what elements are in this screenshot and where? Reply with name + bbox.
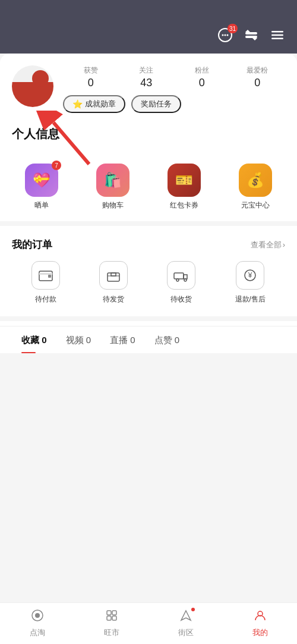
wode-icon — [254, 609, 267, 625]
shandan-icon: 💝 — [33, 172, 50, 189]
shandan-icon-box: 💝 7 — [25, 164, 58, 197]
transfer-icon[interactable] — [244, 27, 259, 46]
coupon-icon: 🎫 — [175, 172, 193, 189]
order-pending-payment[interactable]: 待付款 — [31, 261, 60, 304]
refund-label: 退款/售后 — [235, 294, 266, 304]
nav-diantao-label: 点淘 — [30, 627, 45, 638]
nav-wangshi-label: 旺市 — [104, 627, 119, 638]
nav-wangshi[interactable]: 旺市 — [74, 604, 148, 643]
reward-task-button[interactable]: 奖励任务 — [131, 95, 181, 113]
svg-point-1 — [222, 34, 224, 36]
svg-rect-19 — [174, 273, 184, 279]
divider-2 — [0, 316, 297, 321]
order-refund[interactable]: ¥ 退款/售后 — [235, 261, 266, 304]
svg-rect-27 — [112, 611, 116, 615]
stat-label-huozan: 获赞 — [84, 65, 98, 76]
nav-jiequ-label: 街区 — [178, 627, 194, 638]
nav-jiequ[interactable]: 街区 — [148, 604, 223, 643]
svg-rect-10 — [271, 38, 283, 40]
bottom-nav: 点淘 旺市 街区 我的 — [0, 602, 297, 644]
svg-rect-28 — [107, 616, 111, 620]
cart-icon-box: 🛍️ — [96, 164, 129, 197]
main-card: 获赞 0 关注 43 粉丝 0 最爱粉 0 ⭐ — [0, 54, 297, 549]
achievement-badge-button[interactable]: ⭐ 成就勋章 — [63, 95, 125, 113]
tabs-section: 收藏 0 视频 0 直播 0 点赞 0 — [0, 326, 297, 353]
avatar[interactable] — [12, 65, 53, 107]
nav-wode-label: 我的 — [252, 627, 268, 638]
star-icon: ⭐ — [72, 99, 83, 109]
stat-value-guanzhu: 43 — [140, 77, 152, 89]
svg-rect-15 — [48, 275, 51, 278]
stat-label-zuiaifan: 最爱粉 — [247, 65, 268, 76]
orders-section: 我的订单 查看全部 › 待付款 — [0, 231, 297, 312]
tab-video[interactable]: 视频 0 — [56, 326, 101, 353]
orders-header: 我的订单 查看全部 › — [12, 238, 285, 252]
stats-row: 获赞 0 关注 43 粉丝 0 最爱粉 0 — [63, 65, 285, 89]
cart-icon: 🛍️ — [104, 172, 122, 189]
coupon-label: 红包卡券 — [170, 200, 198, 211]
tab-video-label: 视频 0 — [66, 335, 91, 345]
yuanbao-label: 元宝中心 — [241, 200, 270, 211]
svg-rect-5 — [245, 36, 257, 38]
svg-marker-7 — [252, 38, 257, 40]
orders-title: 我的订单 — [12, 238, 52, 252]
svg-point-2 — [225, 34, 226, 36]
tab-like[interactable]: 点赞 0 — [145, 326, 189, 353]
quick-icon-coupon[interactable]: 🎫 红包卡券 — [168, 164, 201, 211]
svg-point-25 — [35, 613, 40, 618]
order-pending-receive[interactable]: 待收货 — [167, 261, 195, 304]
svg-rect-4 — [245, 32, 257, 34]
coupon-icon-box: 🎫 — [168, 164, 201, 197]
pending-payment-icon — [31, 261, 60, 290]
svg-marker-6 — [245, 30, 250, 32]
shandan-label: 晒单 — [34, 200, 49, 211]
stat-zuiaifan: 最爱粉 0 — [239, 65, 275, 89]
stat-value-fensi: 0 — [199, 77, 205, 89]
svg-rect-14 — [39, 273, 52, 275]
tabs-row: 收藏 0 视频 0 直播 0 点赞 0 — [12, 326, 285, 353]
tab-live-label: 直播 0 — [110, 335, 135, 345]
orders-view-all-link[interactable]: 查看全部 › — [251, 240, 285, 250]
svg-rect-9 — [271, 34, 283, 36]
yuanbao-icon-box: 💰 — [239, 164, 272, 197]
svg-rect-17 — [111, 273, 116, 276]
badges-row: ⭐ 成就勋章 奖励任务 — [63, 95, 285, 113]
pending-ship-icon — [99, 261, 128, 290]
tab-live[interactable]: 直播 0 — [100, 326, 145, 353]
svg-point-20 — [176, 279, 179, 281]
svg-point-21 — [184, 279, 187, 281]
jiequ-icon — [179, 609, 192, 625]
tab-like-label: 点赞 0 — [154, 335, 180, 345]
achievement-badge-label: 成就勋章 — [85, 99, 116, 109]
quick-icon-yuanbao[interactable]: 💰 元宝中心 — [239, 164, 272, 211]
stat-label-fensi: 粉丝 — [195, 65, 209, 76]
pending-payment-label: 待付款 — [35, 294, 56, 304]
svg-rect-29 — [112, 616, 116, 620]
personal-info-section: 个人信息 — [0, 122, 297, 152]
diantao-icon — [31, 609, 44, 625]
message-icon[interactable]: 31 — [217, 27, 233, 46]
refund-icon: ¥ — [236, 261, 264, 290]
svg-text:¥: ¥ — [248, 271, 252, 279]
yuanbao-icon: 💰 — [247, 172, 264, 189]
pending-receive-label: 待收货 — [170, 294, 192, 304]
tab-collection[interactable]: 收藏 0 — [12, 326, 56, 353]
svg-rect-8 — [271, 31, 283, 33]
quick-icon-cart[interactable]: 🛍️ 购物车 — [96, 164, 129, 211]
tab-collection-label: 收藏 0 — [21, 335, 47, 345]
stat-label-guanzhu: 关注 — [139, 65, 153, 76]
profile-header: 获赞 0 关注 43 粉丝 0 最爱粉 0 ⭐ — [0, 54, 297, 122]
message-badge: 31 — [228, 24, 238, 33]
nav-wode[interactable]: 我的 — [223, 604, 297, 643]
stats-area: 获赞 0 关注 43 粉丝 0 最爱粉 0 ⭐ — [63, 65, 285, 113]
menu-icon[interactable] — [270, 27, 285, 46]
nav-diantao[interactable]: 点淘 — [0, 604, 74, 643]
stat-value-huozan: 0 — [88, 77, 94, 89]
chevron-right-icon: › — [283, 240, 285, 249]
stat-huozan: 获赞 0 — [73, 65, 109, 89]
svg-point-3 — [227, 34, 229, 36]
reward-task-label: 奖励任务 — [141, 99, 172, 109]
quick-icon-shandan[interactable]: 💝 7 晒单 — [25, 164, 58, 211]
order-pending-ship[interactable]: 待发货 — [99, 261, 128, 304]
stat-guanzhu: 关注 43 — [128, 65, 164, 89]
